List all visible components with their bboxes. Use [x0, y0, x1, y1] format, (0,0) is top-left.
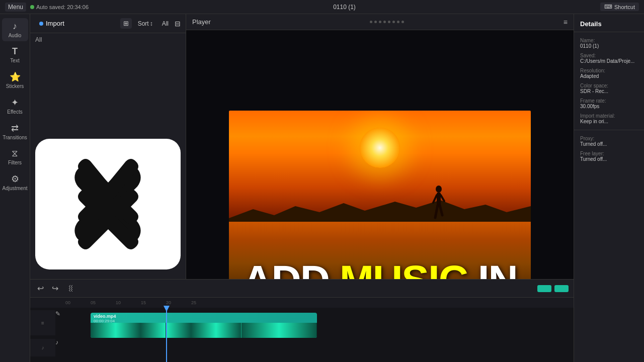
- video-track-label: video.mp4: [94, 314, 116, 319]
- detail-proxy: Proxy: Turned off...: [574, 134, 644, 148]
- detail-name: Name: 0110 (1): [574, 36, 644, 50]
- detail-free-layer-value: Turned off...: [580, 156, 638, 162]
- svg-line-3: [440, 205, 442, 215]
- transitions-label: Transitions: [3, 135, 27, 140]
- project-title: 0110 (1): [333, 4, 356, 11]
- detail-import-material-label: Import material:: [580, 113, 638, 119]
- grid-view-button[interactable]: ⊞: [120, 18, 132, 29]
- video-track-thumbs: [91, 323, 317, 338]
- tool-text[interactable]: T Text: [2, 43, 28, 66]
- player-label: Player: [192, 18, 211, 26]
- capcut-logo-wrapper: [35, 139, 181, 269]
- player-dot: [370, 21, 372, 23]
- filters-icon: ⧖: [12, 148, 18, 159]
- tool-transitions[interactable]: ⇄ Transitions: [2, 120, 28, 143]
- details-title: Details: [574, 18, 644, 32]
- player-header: Player ≡: [186, 14, 574, 30]
- video-track-row: ✎ video.mp4 00:00:29:04: [55, 310, 574, 317]
- detail-resolution-value: Adapted: [580, 73, 638, 79]
- detail-proxy-label: Proxy:: [580, 136, 638, 141]
- effects-icon: ✦: [11, 97, 19, 108]
- media-panel-header: Import ⊞ Sort ↕ All ⊟: [30, 14, 186, 33]
- detail-name-value: 0110 (1): [580, 43, 638, 49]
- detail-saved: Saved: C:/Users/m Data/Proje...: [574, 51, 644, 65]
- player-dots: [370, 21, 404, 23]
- top-bar: Menu Auto saved: 20:34:06 0110 (1) ⌨ Sho…: [0, 0, 644, 14]
- text-icon: T: [12, 46, 18, 57]
- details-panel: Details Name: 0110 (1) Saved: C:/Users/m…: [574, 14, 644, 362]
- tool-adjustment[interactable]: ⚙ Adjustment: [2, 170, 28, 194]
- keyboard-icon: ⌨: [604, 4, 612, 10]
- media-controls: ⊞ Sort ↕ All ⊟: [120, 18, 181, 29]
- sort-button[interactable]: Sort ↕: [135, 19, 156, 29]
- detail-resolution: Resolution: Adapted: [574, 66, 644, 80]
- tool-audio[interactable]: ♪ Audio: [2, 18, 28, 41]
- player-dot: [388, 21, 390, 23]
- text-label: Text: [10, 58, 19, 63]
- player-dot: [374, 21, 377, 23]
- top-bar-left: Menu Auto saved: 20:34:06: [5, 3, 89, 12]
- player-dot: [392, 21, 395, 23]
- video-track-icon: ✎: [55, 310, 60, 317]
- ruler-tick-15: 15: [141, 300, 146, 305]
- stickers-icon: ⭐: [10, 71, 21, 82]
- tool-effects[interactable]: ✦ Effects: [2, 94, 28, 118]
- tools-sidebar: ♪ Audio T Text ⭐ Stickers ✦ Effects ⇄ Tr…: [0, 14, 30, 362]
- timeline-tracks: ✎ video.mp4 00:00:29:04 ♪ bome & Arya - …: [30, 308, 574, 362]
- auto-saved-text: Auto saved: 20:34:06: [36, 4, 89, 10]
- detail-resolution-label: Resolution:: [580, 68, 638, 73]
- player-menu-button[interactable]: ≡: [564, 18, 568, 26]
- timeline-area: ↩ ↪ ⧛ 00 05 10 15 20 25 ✎ video.mp4: [30, 279, 574, 362]
- svg-line-4: [433, 195, 437, 203]
- video-track[interactable]: video.mp4 00:00:29:04: [91, 313, 317, 338]
- filters-label: Filters: [8, 160, 22, 165]
- transitions-icon: ⇄: [11, 123, 19, 134]
- detail-free-layer-label: Free layer:: [580, 151, 638, 156]
- detail-import-material-value: Keep in ori...: [580, 119, 638, 124]
- tool-filters[interactable]: ⧖ Filters: [2, 145, 28, 168]
- menu-button[interactable]: Menu: [5, 3, 26, 12]
- audio-track-side-controls: ♪: [30, 339, 55, 356]
- effects-label: Effects: [7, 109, 22, 115]
- audio-icon: ♪: [13, 21, 17, 32]
- ruler-tick-00: 00: [65, 300, 70, 305]
- player-dot: [379, 21, 381, 23]
- teal-control-1[interactable]: [537, 285, 551, 292]
- player-dot: [383, 21, 386, 23]
- tool-stickers[interactable]: ⭐ Stickers: [2, 68, 28, 92]
- shortcut-button[interactable]: ⌨ Shortcut: [600, 3, 639, 11]
- all-filter-button[interactable]: All: [159, 19, 172, 29]
- filter-icon[interactable]: ⊟: [175, 20, 181, 28]
- detail-free-layer: Free layer: Turned off...: [574, 149, 644, 163]
- import-button[interactable]: Import: [35, 18, 68, 29]
- top-bar-right: ⌨ Shortcut: [600, 3, 639, 11]
- capcut-logo-svg: [58, 154, 158, 254]
- detail-frame-rate-label: Frame rate:: [580, 98, 638, 104]
- detail-proxy-value: Turned off...: [580, 141, 638, 147]
- stickers-label: Stickers: [6, 83, 24, 89]
- ruler-tick-20: 20: [166, 300, 171, 305]
- detail-color-space-label: Color space:: [580, 83, 638, 88]
- teal-control-2[interactable]: [554, 285, 569, 292]
- ruler-tick-25: 25: [191, 300, 196, 305]
- playhead[interactable]: [166, 308, 167, 362]
- svg-point-0: [436, 186, 442, 193]
- shortcut-label: Shortcut: [614, 4, 635, 10]
- undo-button[interactable]: ↩: [35, 283, 46, 294]
- audio-track-icon: ♪: [55, 339, 58, 346]
- detail-saved-label: Saved:: [580, 53, 638, 58]
- all-tab: All: [35, 36, 42, 43]
- import-label: Import: [46, 20, 64, 27]
- split-button[interactable]: ⧛: [64, 283, 76, 294]
- video-thumb-1: [91, 323, 166, 338]
- redo-button[interactable]: ↪: [50, 283, 60, 294]
- import-dot: [39, 22, 43, 26]
- audio-label: Audio: [9, 33, 22, 38]
- detail-import-material: Import material: Keep in ori...: [574, 112, 644, 126]
- sort-label: Sort: [138, 20, 149, 27]
- saved-indicator-dot: [30, 5, 34, 9]
- adjustment-icon: ⚙: [11, 173, 19, 185]
- person-silhouette: [431, 185, 446, 225]
- video-sun: [360, 128, 400, 168]
- detail-frame-rate: Frame rate: 30.00fps: [574, 97, 644, 111]
